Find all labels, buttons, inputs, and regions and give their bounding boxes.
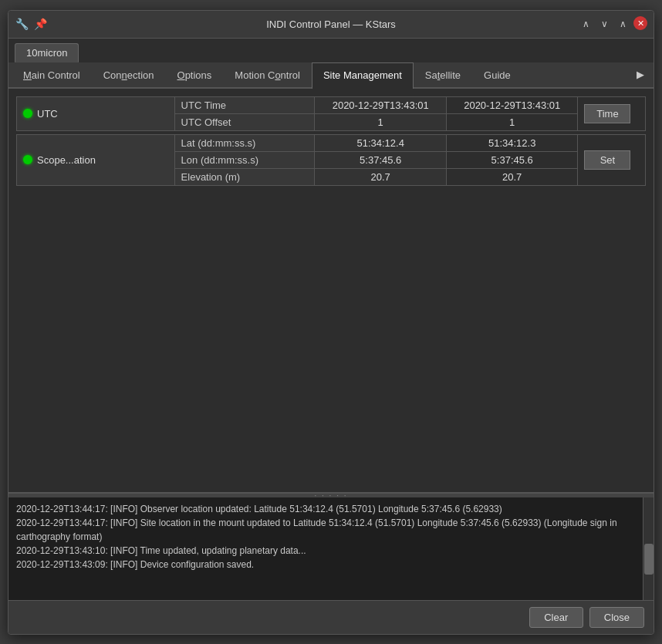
- scope-status-led: [23, 155, 32, 164]
- chevron-up2-btn[interactable]: ∧: [615, 16, 630, 32]
- tab-motion-control[interactable]: Motion Control: [223, 62, 312, 87]
- lat-label: Lat (dd:mm:ss.s): [174, 134, 315, 151]
- tab-options[interactable]: Options: [166, 62, 224, 87]
- utc-offset-label: UTC Offset: [174, 113, 315, 130]
- close-window-btn[interactable]: ✕: [633, 16, 647, 30]
- lon-set: 5:37:45.6: [446, 151, 578, 168]
- tab-satellite[interactable]: Satellite: [414, 62, 472, 87]
- chevron-down-btn[interactable]: ∨: [596, 16, 612, 32]
- titlebar-controls: ∧ ∨ ∧ ✕: [578, 16, 647, 32]
- lon-label: Lon (dd:mm:ss.s): [174, 151, 315, 168]
- scope-lat-row: Scope...ation Lat (dd:mm:ss.s) 51:34:12.…: [17, 134, 646, 151]
- lat-current[interactable]: 51:34:12.4: [315, 134, 447, 151]
- utc-table: UTC UTC Time 2020-12-29T13:43:01 2020-12…: [16, 96, 646, 131]
- utc-offset-current[interactable]: 1: [315, 113, 447, 130]
- tab-site-management[interactable]: Site Management: [312, 62, 414, 89]
- chevron-up-btn[interactable]: ∧: [578, 16, 593, 32]
- close-button[interactable]: Close: [589, 607, 644, 628]
- main-tab-bar: Main Control Connection Options Motion C…: [8, 62, 654, 89]
- main-panel: UTC UTC Time 2020-12-29T13:43:01 2020-12…: [8, 89, 654, 492]
- log-entry-1: 2020-12-29T13:44:17: [INFO] Site locatio…: [16, 516, 635, 544]
- elev-label: Elevation (m): [174, 168, 315, 185]
- lat-set: 51:34:12.3: [446, 134, 578, 151]
- scope-group-cell: Scope...ation: [17, 134, 175, 185]
- content-area: UTC UTC Time 2020-12-29T13:43:01 2020-12…: [8, 89, 654, 634]
- clear-button[interactable]: Clear: [529, 607, 583, 628]
- pin-icon[interactable]: 📌: [33, 17, 47, 31]
- tab-more-btn[interactable]: ▶: [630, 62, 650, 87]
- log-entry-2: 2020-12-29T13:43:10: [INFO] Time updated…: [16, 544, 635, 558]
- utc-offset-set: 1: [446, 113, 578, 130]
- utc-label: UTC: [37, 108, 58, 120]
- utc-action-cell: Time: [578, 96, 646, 130]
- utc-group-label: UTC: [17, 106, 174, 122]
- scope-action-cell: Set: [578, 134, 646, 185]
- elev-set: 20.7: [446, 168, 578, 185]
- log-content: 2020-12-29T13:44:17: [INFO] Observer loc…: [8, 497, 643, 600]
- log-area: 2020-12-29T13:44:17: [INFO] Observer loc…: [8, 492, 654, 600]
- utc-time-label: UTC Time: [174, 96, 315, 113]
- main-window: 🔧 📌 INDI Control Panel — KStars ∧ ∨ ∧ ✕ …: [8, 10, 654, 635]
- utc-group-cell: UTC: [17, 96, 175, 130]
- lon-current[interactable]: 5:37:45.6: [315, 151, 447, 168]
- utc-time-btn[interactable]: Time: [584, 104, 630, 123]
- scope-group-label: Scope...ation: [17, 152, 174, 168]
- window-title: INDI Control Panel — KStars: [266, 19, 396, 30]
- scope-set-btn[interactable]: Set: [584, 150, 630, 170]
- tab-main-control[interactable]: Main Control: [12, 62, 92, 87]
- utc-status-led: [23, 109, 32, 118]
- bottom-bar: Clear Close: [8, 600, 654, 634]
- log-entry-0: 2020-12-29T13:44:17: [INFO] Observer loc…: [16, 502, 635, 516]
- log-row: 2020-12-29T13:44:17: [INFO] Observer loc…: [8, 497, 654, 600]
- device-tab-10micron[interactable]: 10micron: [15, 43, 79, 62]
- log-entry-3: 2020-12-29T13:43:09: [INFO] Device confi…: [16, 558, 635, 572]
- log-scrollbar[interactable]: [643, 497, 654, 600]
- tab-connection[interactable]: Connection: [92, 62, 166, 87]
- utc-row: UTC UTC Time 2020-12-29T13:43:01 2020-12…: [17, 96, 646, 113]
- elev-current[interactable]: 20.7: [315, 168, 447, 185]
- titlebar-left-icons: 🔧 📌: [15, 17, 47, 31]
- utc-time-current[interactable]: 2020-12-29T13:43:01: [315, 96, 447, 113]
- tab-guide[interactable]: Guide: [472, 62, 522, 87]
- titlebar: 🔧 📌 INDI Control Panel — KStars ∧ ∨ ∧ ✕: [8, 11, 654, 39]
- scope-table: Scope...ation Lat (dd:mm:ss.s) 51:34:12.…: [16, 134, 646, 186]
- scope-label: Scope...ation: [37, 154, 96, 166]
- device-tab-bar: 10micron: [8, 39, 654, 62]
- wrench-icon[interactable]: 🔧: [15, 17, 29, 31]
- utc-time-set: 2020-12-29T13:43:01: [446, 96, 578, 113]
